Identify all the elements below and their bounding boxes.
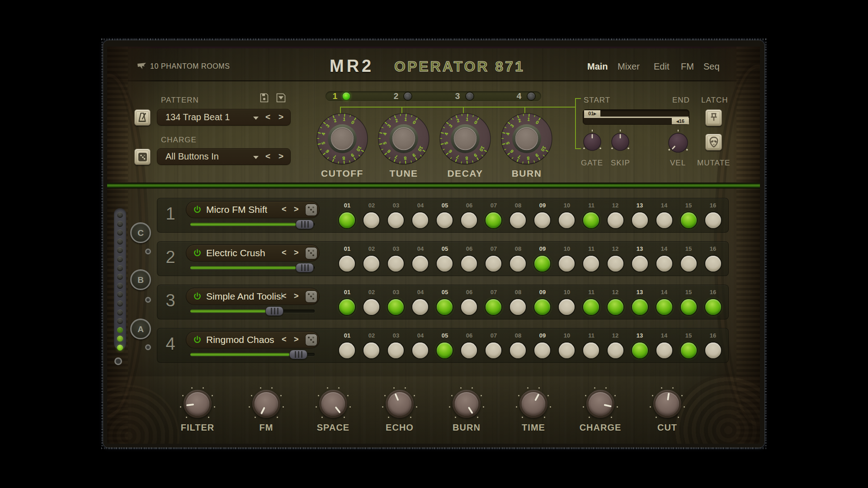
svg-text:8: 8 <box>342 155 345 161</box>
svg-text:8: 8 <box>527 155 530 161</box>
svg-text:8: 8 <box>465 155 468 161</box>
svg-text:8: 8 <box>404 155 407 161</box>
